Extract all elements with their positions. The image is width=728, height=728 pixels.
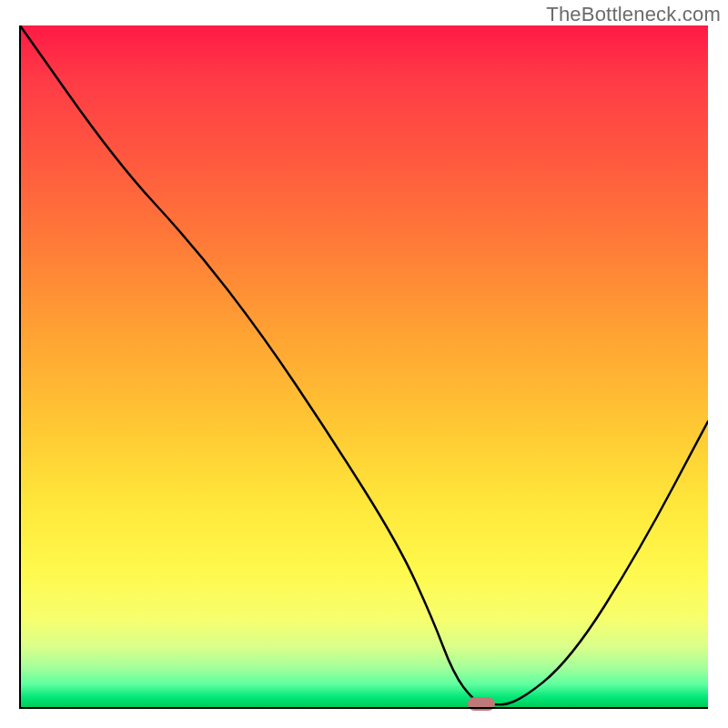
chart-container: TheBottleneck.com	[0, 0, 728, 728]
curve-svg	[20, 25, 708, 708]
bottleneck-curve	[20, 25, 708, 704]
plot-area	[20, 25, 708, 708]
attribution-label: TheBottleneck.com	[546, 3, 721, 26]
y-axis	[19, 25, 21, 709]
optimal-marker	[468, 697, 495, 711]
x-axis	[20, 707, 708, 709]
